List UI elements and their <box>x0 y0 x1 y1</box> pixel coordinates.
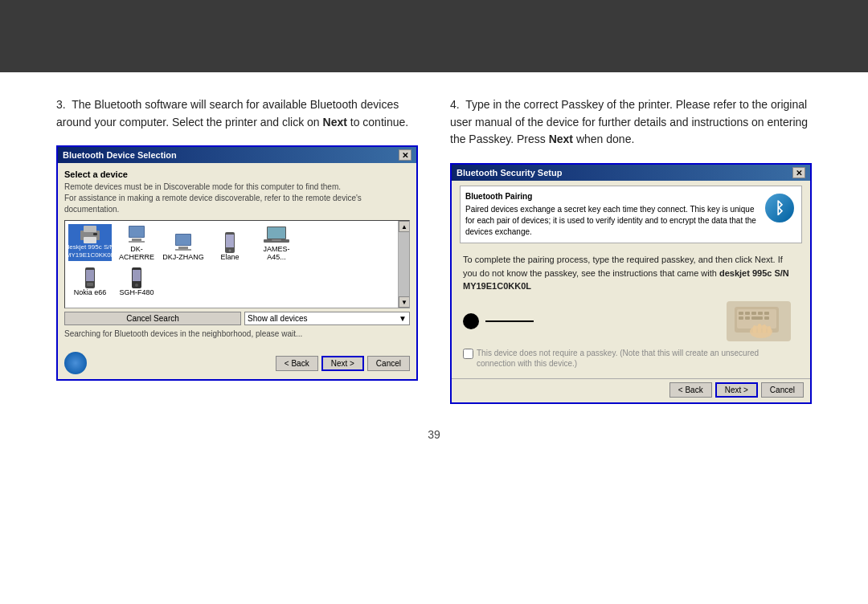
device-label: JAMES-A45... <box>255 245 298 261</box>
svg-rect-6 <box>132 239 141 241</box>
device-label: DKJ-ZHANG <box>162 253 204 261</box>
checkbox-row: This device does not require a passkey. … <box>455 345 807 372</box>
dialog1-title: Bluetooth Device Selection <box>63 150 177 160</box>
bluetooth-device-selection-dialog: Bluetooth Device Selection ✕ Select a de… <box>56 145 418 381</box>
dialog1-cancel-button[interactable]: Cancel <box>367 356 410 371</box>
svg-rect-32 <box>739 316 743 320</box>
scroll-track <box>399 232 409 296</box>
svg-rect-2 <box>84 237 96 243</box>
dialog1-back-button[interactable]: < Back <box>276 356 318 371</box>
dialog1-close-button[interactable]: ✕ <box>399 149 411 161</box>
pc-icon-2 <box>172 234 194 253</box>
scroll-down-btn[interactable]: ▼ <box>399 296 410 308</box>
no-passkey-label: This device does not require a passkey. … <box>477 348 799 369</box>
hand-with-keyboard-svg <box>731 303 787 339</box>
svg-rect-7 <box>129 241 145 243</box>
cancel-search-button[interactable]: Cancel Search <box>64 312 241 325</box>
dialog2-next-button[interactable]: Next > <box>715 382 758 398</box>
passkey-instruction: To complete the pairing process, type th… <box>455 248 807 298</box>
phone-icon-2 <box>84 267 96 288</box>
svg-point-24 <box>135 284 138 287</box>
hand-image <box>727 301 791 341</box>
svg-rect-37 <box>753 325 756 333</box>
pairing-section: Bluetooth Pairing Paired devices exchang… <box>460 186 802 243</box>
step3-column: 3. The Bluetooth software will search fo… <box>56 96 418 404</box>
svg-rect-39 <box>763 324 766 333</box>
device-label: DK-ACHERRE <box>115 245 158 261</box>
dialog2-titlebar: Bluetooth Security Setup ✕ <box>452 165 810 181</box>
show-all-dropdown[interactable]: Show all devices ▼ <box>244 312 410 325</box>
select-device-label: Select a device <box>64 169 410 179</box>
svg-rect-38 <box>758 324 761 333</box>
bt-icon-area: ᛒ <box>763 191 796 225</box>
svg-rect-1 <box>84 226 96 232</box>
passkey-input-row <box>455 298 807 345</box>
device-item-nokia[interactable]: Nokia e66 <box>68 267 112 296</box>
svg-rect-18 <box>272 239 281 241</box>
dialog2-back-button[interactable]: < Back <box>669 382 712 398</box>
passkey-dot <box>463 313 479 329</box>
svg-rect-34 <box>751 316 763 320</box>
svg-rect-28 <box>745 312 750 315</box>
device-item-dkacherre[interactable]: DK-ACHERRE <box>115 226 158 261</box>
pairing-title: Bluetooth Pairing <box>465 191 756 202</box>
svg-rect-27 <box>739 312 743 315</box>
svg-rect-20 <box>86 270 94 281</box>
bluetooth-logo: ᛒ <box>765 194 794 222</box>
step3-text: 3. The Bluetooth software will search fo… <box>56 96 418 131</box>
searching-text: Searching for Bluetooth devices in the n… <box>64 329 410 338</box>
laptop-icon <box>264 226 289 245</box>
device-item-sgh[interactable]: SGH-F480 <box>115 267 158 296</box>
pc-icon <box>125 226 148 245</box>
device-item-printer[interactable]: deskjet 995c S/NMY19E1C0KK0L <box>68 224 112 260</box>
svg-rect-31 <box>764 312 769 315</box>
device-item-dkjzhang[interactable]: DKJ-ZHANG <box>162 234 205 261</box>
step4-text: 4. Type in the correct Passkey of the pr… <box>450 96 812 149</box>
dialog1-titlebar: Bluetooth Device Selection ✕ <box>58 147 416 163</box>
device-grid-scrollbar[interactable]: ▲ ▼ <box>398 221 409 308</box>
svg-rect-29 <box>751 312 756 315</box>
svg-rect-23 <box>133 270 141 281</box>
svg-rect-5 <box>129 226 144 237</box>
svg-rect-10 <box>178 247 188 249</box>
svg-rect-3 <box>93 233 97 235</box>
step4-column: 4. Type in the correct Passkey of the pr… <box>450 96 812 404</box>
phone-icon <box>224 232 235 253</box>
device-label: Nokia e66 <box>74 288 107 296</box>
device-label: Elane <box>220 253 239 261</box>
svg-rect-30 <box>758 312 763 315</box>
svg-rect-9 <box>176 235 190 245</box>
device-grid: deskjet 995c S/NMY19E1C0KK0L <box>64 220 410 308</box>
svg-rect-33 <box>745 316 750 320</box>
svg-point-14 <box>229 249 231 251</box>
device-item-james[interactable]: JAMES-A45... <box>255 226 298 261</box>
svg-rect-11 <box>175 249 191 251</box>
dialog1-next-button[interactable]: Next > <box>321 356 364 371</box>
scroll-up-btn[interactable]: ▲ <box>399 221 410 232</box>
device-label: SGH-F480 <box>119 288 154 296</box>
globe-icon <box>64 352 87 374</box>
page-number: 39 <box>0 420 868 441</box>
header-bar <box>0 0 868 72</box>
printer-icon <box>79 226 101 243</box>
bluetooth-security-dialog: Bluetooth Security Setup ✕ Bluetooth Pai… <box>450 163 812 404</box>
svg-rect-13 <box>226 235 234 247</box>
svg-rect-40 <box>768 326 771 333</box>
svg-rect-16 <box>268 227 285 239</box>
dialog2-title: Bluetooth Security Setup <box>457 168 562 178</box>
passkey-line <box>485 320 534 322</box>
svg-rect-21 <box>87 283 93 286</box>
dialog2-footer: < Back Next > Cancel <box>452 378 810 402</box>
phone-icon-3 <box>131 267 142 288</box>
no-passkey-checkbox[interactable] <box>463 349 473 359</box>
device-info-text: Remote devices must be in Discoverable m… <box>64 182 410 215</box>
dialog2-cancel-button[interactable]: Cancel <box>761 382 804 398</box>
device-item-elane[interactable]: Elane <box>208 232 252 261</box>
pairing-desc: Paired devices exchange a secret key eac… <box>465 204 756 238</box>
svg-rect-35 <box>764 316 769 320</box>
dialog2-close-button[interactable]: ✕ <box>792 167 805 178</box>
